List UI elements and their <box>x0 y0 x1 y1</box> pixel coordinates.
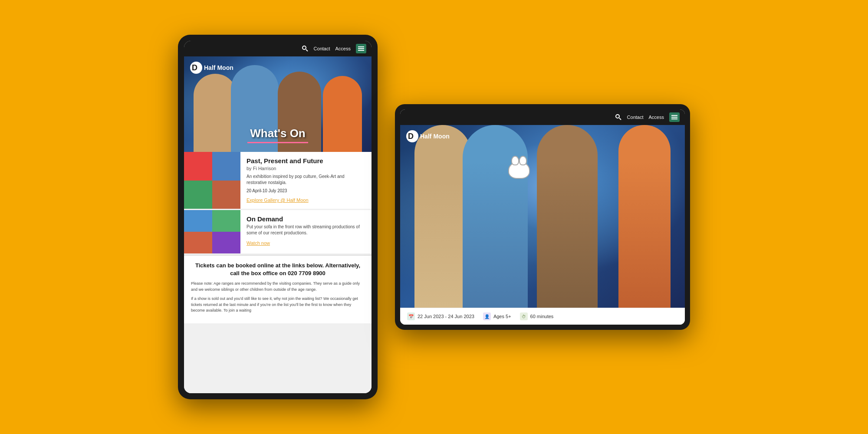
portrait-nav: Contact Access <box>184 41 372 56</box>
landscape-screen: Contact Access <box>400 109 685 325</box>
event-by-exhibition: by Fi Harrison <box>247 166 365 171</box>
hero-title-overlay: What's On <box>184 127 372 143</box>
thumb-cell-d3 <box>184 232 212 253</box>
ticket-section: Tickets can be booked online at the link… <box>184 255 372 323</box>
access-link[interactable]: Access <box>335 46 351 51</box>
logo-circle: D <box>190 62 202 74</box>
landscape-nav: Contact Access <box>400 109 685 125</box>
svg-point-0 <box>302 46 306 49</box>
ages-icon: 👤 <box>483 312 491 320</box>
hamburger-line-1 <box>358 46 364 47</box>
event-desc-ondemand: Put your sofa in the front row with stre… <box>247 224 365 236</box>
landscape-hamburger-line-3 <box>671 118 677 119</box>
thumb-cell-3 <box>184 181 212 209</box>
logo-area: D Half Moon <box>190 62 233 74</box>
content-area[interactable]: Past, Present and Future by Fi Harrison … <box>184 152 372 393</box>
portrait-screen: Contact Access <box>184 41 372 393</box>
event-title-ondemand: On Demand <box>247 215 365 223</box>
landscape-logo-d: D <box>408 132 414 141</box>
tablet-landscape: Contact Access <box>395 104 690 330</box>
landscape-hamburger-button[interactable] <box>669 112 680 122</box>
clock-icon: ⏱ <box>520 312 528 320</box>
event-info-exhibition: Past, Present and Future by Fi Harrison … <box>240 152 372 209</box>
thumb-cell-d2 <box>212 210 240 232</box>
event-desc-exhibition: An exhibition inspired by pop culture, G… <box>247 174 365 186</box>
landscape-search-icon[interactable] <box>615 114 622 121</box>
ticket-note-1: Please note: Age ranges are recommended … <box>191 281 365 293</box>
ages-label: Ages 5+ <box>493 314 511 319</box>
thumb-art-exhibition <box>184 152 240 209</box>
scene: Contact Access <box>0 0 868 434</box>
svg-point-2 <box>616 115 619 118</box>
search-icon[interactable] <box>302 45 309 52</box>
landscape-hamburger-line-2 <box>671 117 677 118</box>
logo-text-half: Half <box>204 64 215 71</box>
thumb-cell-2 <box>212 152 240 181</box>
date-badge: 📅 22 Jun 2023 - 24 Jun 2023 <box>407 312 474 320</box>
landscape-person-3 <box>537 125 598 308</box>
event-card-ondemand: On Demand Put your sofa in the front row… <box>184 210 372 253</box>
event-thumb-exhibition <box>184 152 240 209</box>
event-title-exhibition: Past, Present and Future <box>247 157 365 164</box>
logo-d: D <box>192 63 197 72</box>
logo-text-moon: Moon <box>217 64 233 71</box>
landscape-bottom-bar: 📅 22 Jun 2023 - 24 Jun 2023 👤 Ages 5+ ⏱ … <box>400 308 685 325</box>
landscape-logo-circle: D <box>406 130 418 142</box>
svg-line-1 <box>306 49 308 51</box>
ages-badge: 👤 Ages 5+ <box>483 312 511 320</box>
thumb-cell-1 <box>184 152 212 181</box>
date-label: 22 Jun 2023 - 24 Jun 2023 <box>418 314 474 319</box>
svg-line-3 <box>619 118 621 120</box>
landscape-logo-text-half: Half <box>420 133 431 140</box>
contact-link[interactable]: Contact <box>314 46 330 51</box>
thumb-cell-4 <box>212 181 240 209</box>
thumb-art-ondemand <box>184 210 240 253</box>
hero-title: What's On <box>184 127 372 140</box>
landscape-logo-text-moon: Moon <box>433 133 449 140</box>
landscape-access-link[interactable]: Access <box>649 115 664 120</box>
landscape-person-1 <box>414 125 471 308</box>
event-date-exhibition: 20 April-10 July 2023 <box>247 188 365 193</box>
duration-label: 60 minutes <box>530 314 554 319</box>
portrait-hero: D Half Moon What's On <box>184 56 372 152</box>
event-link-ondemand[interactable]: Watch now <box>247 240 270 246</box>
hero-title-underline <box>247 142 308 143</box>
puppet-cow <box>508 161 530 179</box>
event-card-exhibition: Past, Present and Future by Fi Harrison … <box>184 152 372 209</box>
event-thumb-ondemand <box>184 210 240 253</box>
tablet-portrait: Contact Access <box>178 35 378 399</box>
ticket-note-2: If a show is sold out and you'd still li… <box>191 296 365 314</box>
landscape-person-2 <box>463 125 528 308</box>
thumb-cell-d4 <box>212 232 240 253</box>
landscape-people <box>400 125 685 308</box>
hamburger-line-2 <box>358 48 364 49</box>
hamburger-button[interactable] <box>356 44 366 53</box>
landscape-contact-link[interactable]: Contact <box>627 115 644 120</box>
hamburger-line-3 <box>358 50 364 51</box>
duration-badge: ⏱ 60 minutes <box>520 312 554 320</box>
ticket-title: Tickets can be booked online at the link… <box>191 262 365 277</box>
landscape-logo-area: D Half Moon <box>406 130 450 142</box>
event-info-ondemand: On Demand Put your sofa in the front row… <box>240 210 372 253</box>
event-link-exhibition[interactable]: Explore Gallery @ Half Moon <box>247 197 309 203</box>
thumb-cell-d1 <box>184 210 212 232</box>
landscape-hamburger-line-1 <box>671 115 677 116</box>
calendar-icon: 📅 <box>407 312 415 320</box>
landscape-person-4 <box>618 125 671 308</box>
landscape-hero: D Half Moon <box>400 125 685 308</box>
